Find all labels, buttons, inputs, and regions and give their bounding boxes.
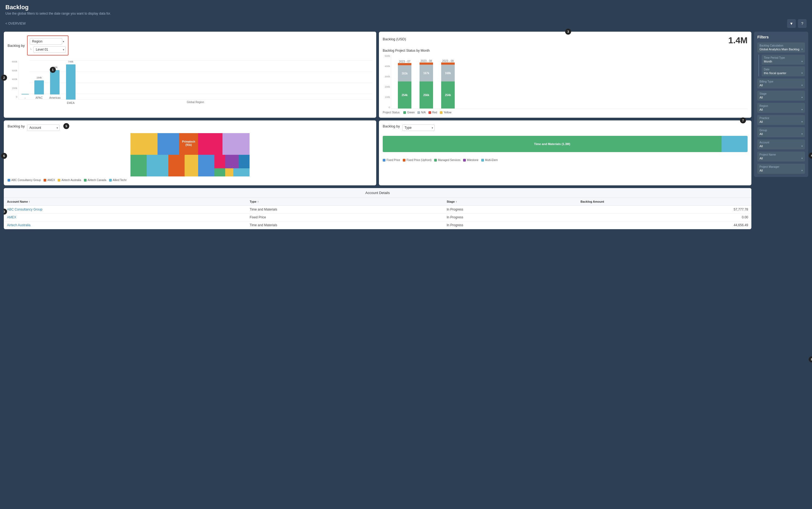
filter-account[interactable]: Account All [757, 139, 805, 149]
filter-region[interactable]: Region All [757, 103, 805, 113]
filter-practice[interactable]: Practice All [757, 115, 805, 125]
region-bar-chart: 800k 600k 400k 200k 0 [8, 60, 372, 104]
svg-rect-12 [214, 155, 225, 168]
type-title-row: Backlog by Type [383, 124, 748, 131]
top-row: 1 2 Backlog by Region [4, 32, 751, 118]
row1-account[interactable]: ABC Consultancy Group [4, 206, 246, 213]
bar-group-dash: - [22, 94, 29, 99]
col-stage: Stage ↑ [443, 198, 577, 206]
overview-link[interactable]: < OVERVIEW [5, 22, 26, 26]
ps-bars: 254k 161k 2023 - 07 256k 167k [391, 55, 748, 109]
svg-rect-11 [198, 155, 214, 176]
ps-xlabel-2: 2023 - 08 [418, 60, 434, 63]
legend-red: Red [429, 111, 437, 114]
bar-dash [22, 94, 29, 95]
ps-y-axis: 500k 400k 300k 200k 100k 0 [383, 55, 391, 109]
badge-1: 1 [50, 67, 56, 73]
filter-project-name[interactable]: Project Name All [757, 151, 805, 162]
filter-time-period[interactable]: Time Period Type Month [762, 55, 805, 65]
middle-row: 5 6 Backlog by Account [4, 121, 751, 185]
account-dropdown[interactable]: Account [27, 125, 60, 131]
ps-legend: Project Status Green N/A R [383, 111, 748, 114]
account-title-row: Backlog by Account [8, 124, 372, 131]
region-filter-box: Region └ Level 01 [27, 35, 69, 56]
row3-account[interactable]: Airtech Australia [4, 222, 246, 229]
treemap-legend: ABC Consultancy Group AMEX Airtech Austr… [8, 179, 372, 181]
backlog-usd-card: 3 Backlog (USD) 1.4M Backlog Project Sta… [379, 32, 751, 118]
table-row: ABC Consultancy Group Time and Materials… [4, 206, 751, 213]
account-dropdown-wrapper[interactable]: Account [27, 125, 60, 131]
legend-na: N/A [417, 111, 426, 114]
svg-rect-8 [147, 155, 168, 176]
table-header-row: Account Name ↑ Type ↑ Stage ↑ Backlog Am… [4, 198, 751, 206]
backlog-by-type-title: Backlog by [383, 124, 400, 128]
row1-type: Time and Materials [246, 206, 444, 213]
app-container: Backlog Use the global filters to select… [0, 0, 812, 509]
svg-rect-7 [131, 155, 147, 176]
treemap-svg: Primatech (91k) [8, 133, 372, 176]
row2-type: Fixed Price [246, 213, 444, 222]
svg-rect-0 [131, 133, 158, 155]
level-dropdown[interactable]: Level 01 [33, 46, 66, 53]
row2-amount: 0.00 [577, 213, 751, 222]
svg-rect-16 [233, 168, 249, 176]
filter-button[interactable]: ▼ [787, 19, 796, 28]
project-status-section: Backlog Project Status by Month 500k 400… [383, 49, 748, 114]
backlog-usd-value: 1.4M [729, 35, 748, 45]
filters-title: Filters [757, 35, 805, 39]
type-legend: Fixed Price Fixed Price (Upfront) Manage… [383, 159, 748, 162]
bar-xlabel-americas: Americas [49, 96, 61, 99]
svg-rect-17 [239, 155, 249, 168]
page-subtitle: Use the global filters to select the dat… [5, 12, 807, 15]
bar-americas [50, 70, 60, 95]
table-body: ABC Consultancy Group Time and Materials… [4, 206, 751, 229]
bar-group-apac: 194k APAC [34, 76, 44, 99]
type-dropdown[interactable]: Type [402, 125, 435, 131]
bars-container: - 194k APAC 428k [19, 60, 372, 100]
filter-date[interactable]: Date this fiscal quarter [762, 66, 805, 76]
backlog-by-type-card: 7 Backlog by Type [379, 121, 751, 185]
region-dropdown[interactable]: Region [30, 38, 62, 45]
svg-text:Primatech: Primatech [182, 140, 195, 143]
type-dropdown-wrapper[interactable]: Type [402, 125, 435, 131]
type-hbar: Time and Materials (1.3M) [383, 133, 748, 155]
col-account-name: Account Name ↑ [4, 198, 246, 206]
backlog-usd-title: Backlog (USD) [383, 37, 406, 41]
account-details-card: 9 Account Details Account Name ↑ Type ↑ … [4, 188, 751, 229]
bar-emea [66, 64, 75, 100]
badge-3: 3 [565, 29, 571, 35]
svg-rect-15 [225, 168, 233, 176]
row2-account[interactable]: AMEX [4, 213, 246, 222]
badge-2: 2 [1, 75, 7, 81]
table-row: Airtech Australia Time and Materials In … [4, 222, 751, 229]
sidebar: Filters 4 8 Backlog Calculation Global A… [754, 32, 808, 177]
main-layout: 1 2 Backlog by Region [0, 30, 812, 509]
filter-sub-group: Time Period Type Month Date this fiscal … [758, 55, 805, 76]
filter-group[interactable]: Group All [757, 127, 805, 137]
nav-bar: < OVERVIEW ▼ ? [0, 18, 812, 30]
account-details-table: Account Name ↑ Type ↑ Stage ↑ Backlog Am… [4, 198, 751, 229]
filter-project-manager[interactable]: Project Manager All [757, 164, 805, 174]
row1-stage: In Progress [443, 206, 577, 213]
filter-billing-type[interactable]: Billing Type All [757, 78, 805, 89]
backlog-by-account-title: Backlog by [8, 124, 25, 128]
legend-yellow: Yellow [440, 111, 451, 114]
ps-xlabel-1: 2023 - 07 [397, 60, 413, 63]
filter-backlog-calc[interactable]: Backlog Calculation Global Analytics Mai… [757, 42, 805, 53]
bar-xlabel-emea: EMEA [67, 101, 74, 104]
badge-8: 8 [809, 357, 812, 362]
level-dropdown-wrapper[interactable]: Level 01 [33, 46, 66, 53]
row3-stage: In Progress [443, 222, 577, 229]
filter-stage[interactable]: Stage All [757, 91, 805, 101]
treemap-container: Primatech (91k) [8, 133, 372, 176]
badge-6: 6 [1, 153, 7, 159]
table-row: AMEX Fixed Price In Progress 0.00 [4, 213, 751, 222]
badge-4: 4 [809, 152, 812, 159]
backlog-usd-header: Backlog (USD) 1.4M [383, 35, 748, 45]
bar-apac [34, 80, 44, 95]
col-type: Type ↑ [246, 198, 444, 206]
region-dropdown-wrapper[interactable]: Region [30, 38, 66, 45]
help-button[interactable]: ? [798, 19, 807, 28]
table-header: Account Name ↑ Type ↑ Stage ↑ Backlog Am… [4, 198, 751, 206]
bars-wrapper: - 194k APAC 428k [19, 60, 372, 104]
